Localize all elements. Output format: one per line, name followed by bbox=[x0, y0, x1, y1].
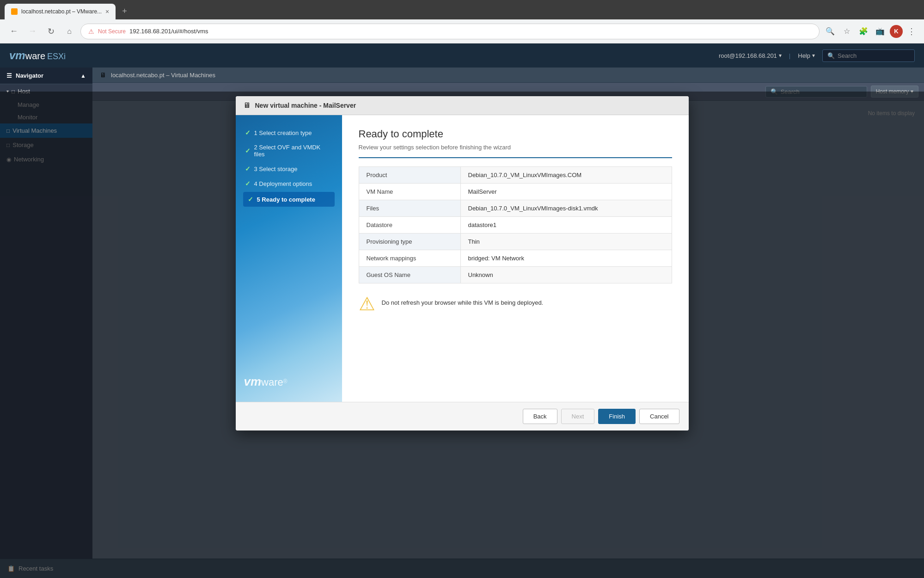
dialog-title-icon: 🖥 bbox=[243, 101, 251, 110]
dialog: 🖥 New virtual machine - MailServer ✓ bbox=[236, 96, 689, 430]
url-text: 192.168.68.201/ui/#/host/vms bbox=[129, 28, 208, 35]
table-row: Network mappings bridged: VM Network bbox=[359, 250, 672, 267]
esxi-user-label: root@192.168.68.201 bbox=[719, 52, 777, 59]
active-tab[interactable]: localhost.netcabo.pt – VMware... × bbox=[5, 4, 116, 19]
menu-button[interactable]: ⋮ bbox=[906, 25, 918, 38]
navigator-collapse-icon[interactable]: ▲ bbox=[80, 73, 86, 79]
breadcrumb: localhost.netcabo.pt – Virtual Machines bbox=[111, 72, 215, 79]
dialog-content-subtitle: Review your settings selection before fi… bbox=[359, 144, 672, 158]
table-row: Provisioning type Thin bbox=[359, 234, 672, 250]
finish-button[interactable]: Finish bbox=[598, 409, 636, 424]
table-cell-label-product: Product bbox=[359, 167, 460, 184]
step-4-check: ✓ bbox=[245, 180, 251, 187]
table-row: Guest OS Name Unknown bbox=[359, 267, 672, 283]
tab-title: localhost.netcabo.pt – VMware... bbox=[21, 8, 102, 15]
esxi-search-box[interactable]: 🔍 Search bbox=[822, 49, 915, 62]
table-cell-value-vmname: MailServer bbox=[460, 184, 672, 200]
table-cell-value-product: Debian_10.7.0_VM_LinuxVMImages.COM bbox=[460, 167, 672, 184]
step-5-label: 5 Ready to complete bbox=[257, 196, 315, 203]
table-cell-value-datastore: datastore1 bbox=[460, 217, 672, 234]
warning-box: ⚠ Do not refresh your browser while this… bbox=[359, 295, 672, 313]
cancel-button[interactable]: Cancel bbox=[639, 409, 679, 424]
bookmark-button[interactable]: ☆ bbox=[840, 25, 854, 38]
search-placeholder: Search bbox=[838, 52, 857, 59]
dialog-content: Ready to complete Review your settings s… bbox=[342, 115, 689, 402]
step-1[interactable]: ✓ 1 Select creation type bbox=[243, 125, 335, 140]
extension-button[interactable]: 🧩 bbox=[857, 25, 870, 38]
refresh-button[interactable]: ↻ bbox=[43, 24, 58, 39]
step-2[interactable]: ✓ 2 Select OVF and VMDK files bbox=[243, 140, 335, 161]
table-cell-label-files: Files bbox=[359, 200, 460, 217]
vmware-logo-vm: vm bbox=[244, 375, 262, 388]
step-3-check: ✓ bbox=[245, 165, 251, 172]
breadcrumb-icon: 🖥 bbox=[100, 71, 106, 79]
table-row: Datastore datastore1 bbox=[359, 217, 672, 234]
warning-icon: ⚠ bbox=[88, 28, 94, 35]
dialog-overlay: 🖥 New virtual machine - MailServer ✓ bbox=[0, 92, 924, 578]
step-3-label: 3 Select storage bbox=[254, 166, 298, 172]
esxi-separator: | bbox=[789, 52, 790, 59]
tab-close-icon[interactable]: × bbox=[105, 8, 109, 15]
table-cell-value-provisioning: Thin bbox=[460, 234, 672, 250]
help-dropdown-button[interactable]: ▾ bbox=[812, 52, 815, 59]
user-dropdown-button[interactable]: ▾ bbox=[779, 52, 782, 59]
new-tab-button[interactable]: + bbox=[116, 5, 134, 18]
search-icon: 🔍 bbox=[827, 52, 835, 59]
step-2-check: ✓ bbox=[245, 147, 251, 154]
dialog-sidebar: ✓ 1 Select creation type ✓ 2 Select OVF … bbox=[236, 115, 342, 402]
next-button[interactable]: Next bbox=[561, 409, 595, 424]
step-4-label: 4 Deployment options bbox=[254, 180, 312, 187]
content-area: 🖥 localhost.netcabo.pt – Virtual Machine… bbox=[92, 68, 924, 559]
forward-button[interactable]: → bbox=[25, 24, 40, 39]
esxi-logo-vm: vm bbox=[9, 49, 25, 62]
dialog-body: ✓ 1 Select creation type ✓ 2 Select OVF … bbox=[236, 115, 689, 402]
tab-favicon bbox=[11, 8, 18, 15]
table-row: VM Name MailServer bbox=[359, 184, 672, 200]
dialog-sidebar-logo: vmware® bbox=[244, 375, 288, 389]
avatar[interactable]: K bbox=[890, 25, 903, 38]
table-cell-value-files: Debian_10.7.0_VM_LinuxVMImages-disk1.vmd… bbox=[460, 200, 672, 217]
zoom-button[interactable]: 🔍 bbox=[823, 25, 837, 38]
step-4[interactable]: ✓ 4 Deployment options bbox=[243, 176, 335, 191]
dialog-steps: ✓ 1 Select creation type ✓ 2 Select OVF … bbox=[236, 115, 342, 217]
esxi-user-section: root@192.168.68.201 ▾ bbox=[719, 52, 782, 59]
address-bar[interactable]: ⚠ Not Secure 192.168.68.201/ui/#/host/vm… bbox=[80, 24, 820, 39]
dialog-title-bar: 🖥 New virtual machine - MailServer bbox=[236, 96, 689, 115]
step-5-check: ✓ bbox=[248, 196, 253, 203]
table-cell-label-provisioning: Provisioning type bbox=[359, 234, 460, 250]
not-secure-label: Not Secure bbox=[98, 28, 126, 35]
warning-text: Do not refresh your browser while this V… bbox=[382, 295, 544, 306]
table-cell-label-vmname: VM Name bbox=[359, 184, 460, 200]
table-cell-value-guestos: Unknown bbox=[460, 267, 672, 283]
content-header: 🖥 localhost.netcabo.pt – Virtual Machine… bbox=[92, 68, 924, 83]
dialog-footer: Back Next Finish Cancel bbox=[236, 402, 689, 430]
content-main: No items to display 🖥 New virtual machin… bbox=[92, 101, 924, 559]
sidebar-navigator-header: ☰ Navigator ▲ bbox=[0, 68, 92, 84]
back-button[interactable]: ← bbox=[6, 24, 21, 39]
cast-button[interactable]: 📺 bbox=[873, 25, 887, 38]
step-5[interactable]: ✓ 5 Ready to complete bbox=[243, 192, 335, 207]
table-cell-label-datastore: Datastore bbox=[359, 217, 460, 234]
main-layout: ☰ Navigator ▲ ▾ □ Host Manage Monitor □ … bbox=[0, 68, 924, 559]
table-cell-label-network: Network mappings bbox=[359, 250, 460, 267]
warning-triangle-icon: ⚠ bbox=[359, 295, 375, 313]
table-cell-value-network: bridged: VM Network bbox=[460, 250, 672, 267]
step-3[interactable]: ✓ 3 Select storage bbox=[243, 161, 335, 176]
step-1-label: 1 Select creation type bbox=[254, 129, 312, 136]
table-cell-label-guestos: Guest OS Name bbox=[359, 267, 460, 283]
tab-bar: localhost.netcabo.pt – VMware... × + bbox=[0, 0, 924, 19]
step-1-check: ✓ bbox=[245, 129, 251, 136]
browser-chrome: localhost.netcabo.pt – VMware... × + ← →… bbox=[0, 0, 924, 43]
esxi-logo-esxi: ESXi bbox=[47, 52, 66, 61]
dialog-title-text: New virtual machine - MailServer bbox=[255, 102, 356, 109]
navigator-icon: ☰ bbox=[6, 72, 12, 79]
navigator-label: Navigator bbox=[16, 72, 43, 79]
browser-toolbar-icons: 🔍 ☆ 🧩 📺 K ⋮ bbox=[823, 25, 918, 38]
settings-table: Product Debian_10.7.0_VM_LinuxVMImages.C… bbox=[359, 166, 672, 283]
esxi-logo-ware: ware bbox=[25, 51, 45, 61]
help-button[interactable]: Help bbox=[798, 52, 810, 59]
esxi-header: vmware ESXi root@192.168.68.201 ▾ | Help… bbox=[0, 43, 924, 68]
back-button[interactable]: Back bbox=[523, 409, 557, 424]
table-row: Product Debian_10.7.0_VM_LinuxVMImages.C… bbox=[359, 167, 672, 184]
home-button[interactable]: ⌂ bbox=[62, 24, 77, 39]
